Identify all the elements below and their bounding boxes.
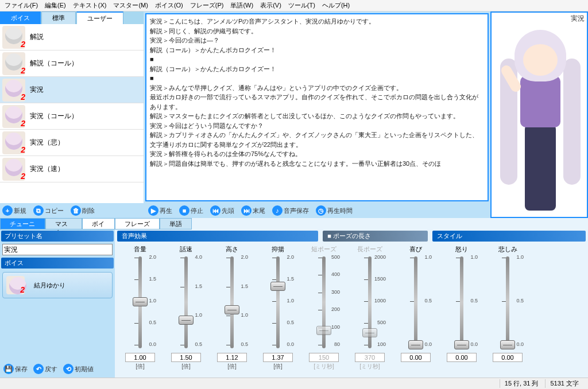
menu-file[interactable]: ファイル(F): [2, 0, 40, 11]
save-icon: 💾: [3, 364, 14, 374]
slider-value-input[interactable]: [171, 353, 201, 362]
script-panel: 実況＞こんにちは、アンメルツPの音声アシスタント、実況の結月ゆかりです。解説＞同…: [144, 11, 490, 218]
slider-抑揚: 抑揚2.01.51.00.50.0[倍]: [257, 245, 299, 375]
plus-icon: +: [2, 205, 13, 216]
slider-value-input[interactable]: [401, 353, 431, 362]
script-line: 実況＞今回の企画は―？: [150, 36, 484, 45]
copy-button[interactable]: ⧉コピー: [33, 205, 64, 216]
tab-standard[interactable]: 標準: [41, 11, 76, 24]
slider-thumb[interactable]: [408, 340, 423, 349]
menu-view[interactable]: 表示(V): [258, 0, 284, 11]
slider-unit: [倍]: [181, 363, 191, 371]
preset-name-input[interactable]: [2, 244, 113, 255]
avatar: 2: [2, 79, 25, 102]
voice-item[interactable]: 2解説: [0, 24, 144, 50]
play-icon: ▶: [148, 205, 158, 216]
save-preset-button[interactable]: 💾保存: [3, 364, 28, 374]
voice-item[interactable]: 2解説（コール）: [0, 50, 144, 77]
slider-track[interactable]: 1.00.50.0: [492, 254, 524, 351]
slider-unit: [倍]: [227, 363, 237, 371]
character-image: [492, 13, 587, 217]
head-button[interactable]: ⏮先頭: [210, 205, 234, 216]
slider-thumb[interactable]: [133, 297, 148, 306]
slider-短ポーズ: 短ポーズ50040030020010080[ミリ秒]: [303, 245, 345, 375]
slider-thumb[interactable]: [316, 326, 331, 335]
voice-item-label: 実況: [30, 85, 44, 95]
slider-thumb[interactable]: [500, 340, 515, 349]
stop-button[interactable]: ■停止: [179, 205, 203, 216]
save-audio-button[interactable]: ♪音声保存: [272, 205, 309, 216]
slider-value-input[interactable]: [263, 353, 293, 362]
slider-value-input[interactable]: [309, 353, 339, 362]
slider-track[interactable]: 2.01.51.00.50.0: [262, 254, 294, 351]
voice-item[interactable]: 2実況（速）: [0, 156, 144, 182]
tab-word[interactable]: 単語: [160, 218, 192, 229]
slider-label: 怒り: [455, 245, 468, 253]
avatar: 2: [2, 131, 25, 154]
char-count: 5131 文字: [545, 379, 583, 388]
slider-track[interactable]: 1.00.50.0: [400, 254, 432, 351]
script-line: 実況＞今回はどういう問題なんですか？: [150, 121, 484, 131]
menu-master[interactable]: マスター(M): [111, 0, 150, 11]
menu-text[interactable]: テキスト(X): [71, 0, 109, 11]
tab-phrase[interactable]: フレーズ: [115, 218, 160, 229]
menu-help[interactable]: ヘルプ(H): [320, 0, 352, 11]
avatar: 2: [6, 276, 25, 294]
slider-track[interactable]: 50040030020010080: [308, 254, 340, 351]
tab-voice-tuning[interactable]: ボイス: [82, 218, 115, 229]
slider-value-input[interactable]: [355, 353, 385, 362]
menu-voice[interactable]: ボイス(O): [153, 0, 185, 11]
script-line: 解説＞マスターもたまにクイズの解答者として出没しているほか、このようなクイズの作…: [150, 111, 484, 121]
slider-thumb[interactable]: [225, 305, 239, 314]
slider-音量: 音量2.01.51.00.50.0[倍]: [119, 245, 161, 375]
voice-item[interactable]: 2実況: [0, 77, 144, 103]
tab-voice[interactable]: ボイス: [0, 11, 41, 24]
slider-thumb[interactable]: [179, 316, 194, 325]
tab-user[interactable]: ユーザー: [76, 11, 123, 24]
voice-item-label: 実況（悲）: [30, 138, 64, 147]
play-time-button[interactable]: ◷再生時間: [316, 205, 353, 216]
slider-悲しみ: 悲しみ1.00.50.0: [487, 245, 528, 375]
script-line: 解説＞同じく、解説の伊織弓鶴です。: [150, 26, 484, 36]
slider-thumb[interactable]: [270, 282, 285, 291]
menu-word[interactable]: 単語(W): [228, 0, 256, 11]
avatar: 2: [2, 158, 25, 181]
slider-thumb[interactable]: [362, 328, 377, 337]
menu-edit[interactable]: 編集(E): [42, 0, 68, 11]
tail-button[interactable]: ⏭末尾: [241, 205, 265, 216]
slider-track[interactable]: 1.00.50.0: [446, 254, 478, 351]
new-button[interactable]: +新規: [2, 205, 26, 216]
voice-list-buttons: +新規 ⧉コピー 🗑削除: [0, 203, 144, 218]
reset-button[interactable]: ⟲初期値: [63, 364, 94, 374]
voice-selector[interactable]: 2 結月ゆかり: [2, 272, 113, 298]
wav-icon: ♪: [272, 205, 283, 216]
slider-label: 長ポーズ: [357, 245, 382, 253]
slider-value-input[interactable]: [493, 353, 523, 362]
slider-value-input[interactable]: [447, 353, 477, 362]
delete-button[interactable]: 🗑削除: [71, 205, 95, 216]
menu-phrase[interactable]: フレーズ(P): [188, 0, 226, 11]
slider-track[interactable]: 4.01.51.00.5: [170, 254, 202, 351]
skip-back-icon: ⏮: [210, 205, 220, 216]
slider-track[interactable]: 2.01.51.00.5: [216, 254, 248, 351]
clock-icon: ◷: [316, 205, 326, 216]
tab-tuning[interactable]: チューニング: [0, 218, 45, 229]
voice-item-label: 実況（速）: [30, 164, 64, 174]
reset-icon: ⟲: [63, 364, 74, 374]
voice-item[interactable]: 2実況（コール）: [0, 103, 144, 130]
script-line: 実況＞こんにちは、アンメルツPの音声アシスタント、実況の結月ゆかりです。: [150, 17, 484, 26]
tab-master[interactable]: マスター: [45, 218, 82, 229]
voice-item[interactable]: 2実況（悲）: [0, 130, 144, 156]
avatar: 2: [2, 105, 25, 128]
undo-icon: ↶: [33, 364, 44, 374]
script-textarea[interactable]: 実況＞こんにちは、アンメルツPの音声アシスタント、実況の結月ゆかりです。解説＞同…: [145, 13, 489, 201]
slider-value-input[interactable]: [125, 353, 155, 362]
slider-track[interactable]: 200015001000500100: [354, 254, 386, 351]
menubar: ファイル(F) 編集(E) テキスト(X) マスター(M) ボイス(O) フレー…: [0, 0, 588, 11]
slider-value-input[interactable]: [217, 353, 247, 362]
slider-thumb[interactable]: [454, 340, 469, 349]
undo-button[interactable]: ↶戻す: [33, 364, 57, 374]
play-button[interactable]: ▶再生: [148, 205, 172, 216]
slider-track[interactable]: 2.01.51.00.50.0: [124, 254, 156, 351]
menu-tool[interactable]: ツール(T): [286, 0, 318, 11]
